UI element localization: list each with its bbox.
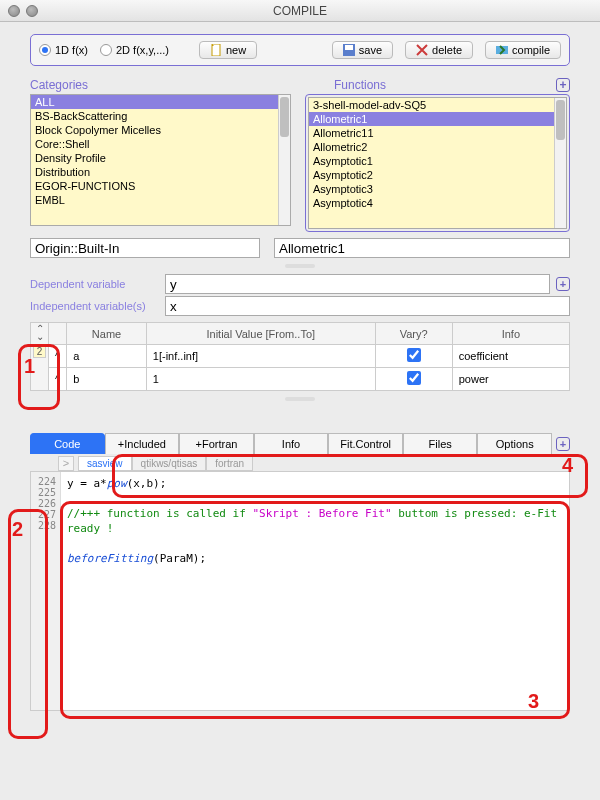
list-item[interactable]: BS-BackScattering	[31, 109, 290, 123]
list-item[interactable]: EMBL	[31, 193, 290, 207]
subtab-fortran[interactable]: fortran	[206, 456, 253, 471]
col-init: Initial Value [From..To]	[146, 323, 375, 345]
list-item[interactable]: Asymptotic2	[309, 168, 566, 182]
cell-init[interactable]: 1[-inf..inf]	[146, 345, 375, 368]
cell-name[interactable]: b	[67, 368, 147, 391]
add-function-button[interactable]: +	[556, 78, 570, 92]
add-tab-button[interactable]: +	[556, 437, 570, 451]
list-item[interactable]: ALL	[31, 95, 290, 109]
code-editor[interactable]: 224 225 226 227 228 y = a*pow(x,b); //++…	[30, 471, 570, 711]
list-item[interactable]: EGOR-FUNCTIONS	[31, 179, 290, 193]
tab-fortran[interactable]: +Fortran	[179, 433, 254, 454]
dimension-toolbar: 1D f(x) 2D f(x,y,...) new save delete co…	[30, 34, 570, 66]
editor-tabs: Code +Included +Fortran Info Fit.Control…	[30, 433, 570, 454]
add-depvar-button[interactable]: +	[556, 277, 570, 291]
cell-init[interactable]: 1	[146, 368, 375, 391]
splitter[interactable]	[12, 262, 588, 270]
save-button-label: save	[359, 44, 382, 56]
param-count-spinner[interactable]: ⌃⌄	[33, 325, 46, 341]
close-icon[interactable]	[8, 5, 20, 17]
splitter[interactable]	[12, 395, 588, 403]
list-item[interactable]: 3-shell-model-adv-SQ5	[309, 98, 566, 112]
vary-checkbox[interactable]	[407, 371, 421, 385]
tab-options[interactable]: Options	[477, 433, 552, 454]
window-controls[interactable]	[8, 5, 38, 17]
save-button[interactable]: save	[332, 41, 393, 59]
subtab-go-button[interactable]: >	[58, 456, 74, 471]
save-icon	[343, 44, 355, 56]
subtab-qtikws[interactable]: qtikws/qtisas	[132, 456, 207, 471]
minimize-icon[interactable]	[26, 5, 38, 17]
col-vary: Vary?	[375, 323, 452, 345]
compile-icon	[496, 44, 508, 56]
svg-rect-2	[345, 45, 353, 50]
parameter-table: ⌃⌄ 2 Name Initial Value [From..To] Vary?…	[30, 322, 570, 391]
param-count-value[interactable]: 2	[33, 345, 46, 358]
subtab-sasview[interactable]: sasview	[78, 456, 132, 471]
categories-list[interactable]: ALL BS-BackScattering Block Copolymer Mi…	[30, 94, 291, 226]
list-item[interactable]: Allometric11	[309, 126, 566, 140]
table-row[interactable]: ^ b 1 power	[31, 368, 570, 391]
list-item[interactable]: Allometric2	[309, 140, 566, 154]
tab-fitcontrol[interactable]: Fit.Control	[328, 433, 403, 454]
list-item[interactable]: Core::Shell	[31, 137, 290, 151]
list-item[interactable]: Block Copolymer Micelles	[31, 123, 290, 137]
indepvar-label: Independent variable(s)	[30, 300, 165, 312]
depvar-label: Dependent variable	[30, 278, 165, 290]
code-area[interactable]: y = a*pow(x,b); //+++ function is called…	[61, 472, 569, 710]
functions-list[interactable]: 3-shell-model-adv-SQ5 Allometric1 Allome…	[308, 97, 567, 229]
delete-icon	[416, 44, 428, 56]
vary-checkbox[interactable]	[407, 348, 421, 362]
list-item[interactable]: Asymptotic4	[309, 196, 566, 210]
table-row[interactable]: ^ a 1[-inf..inf] coefficient	[31, 345, 570, 368]
radio-1d[interactable]: 1D f(x)	[39, 44, 88, 56]
new-button-label: new	[226, 44, 246, 56]
compile-button[interactable]: compile	[485, 41, 561, 59]
editor-subtabs: > sasview qtikws/qtisas fortran	[58, 456, 570, 471]
title-bar: COMPILE	[0, 0, 600, 22]
origin-input[interactable]	[30, 238, 260, 258]
scrollbar[interactable]	[278, 95, 290, 225]
depvar-input[interactable]	[165, 274, 550, 294]
scrollbar[interactable]	[554, 98, 566, 228]
radio-2d[interactable]: 2D f(x,y,...)	[100, 44, 169, 56]
radio-1d-label: 1D f(x)	[55, 44, 88, 56]
list-item[interactable]: Asymptotic1	[309, 154, 566, 168]
line-gutter: 224 225 226 227 228	[31, 472, 61, 710]
functions-header: Functions	[334, 78, 386, 92]
indepvar-input[interactable]	[165, 296, 570, 316]
categories-header: Categories	[30, 78, 88, 92]
tab-files[interactable]: Files	[403, 433, 478, 454]
new-icon	[210, 44, 222, 56]
list-item[interactable]: Density Profile	[31, 151, 290, 165]
tab-included[interactable]: +Included	[105, 433, 180, 454]
window-title: COMPILE	[0, 4, 600, 18]
cell-info[interactable]: coefficient	[452, 345, 569, 368]
col-name: Name	[67, 323, 147, 345]
list-item[interactable]: Allometric1	[309, 112, 566, 126]
tab-info[interactable]: Info	[254, 433, 329, 454]
radio-icon	[39, 44, 51, 56]
cell-name[interactable]: a	[67, 345, 147, 368]
compile-button-label: compile	[512, 44, 550, 56]
delete-button[interactable]: delete	[405, 41, 473, 59]
list-item[interactable]: Asymptotic3	[309, 182, 566, 196]
col-info: Info	[452, 323, 569, 345]
delete-button-label: delete	[432, 44, 462, 56]
selected-function-input[interactable]	[274, 238, 570, 258]
tab-code[interactable]: Code	[30, 433, 105, 454]
new-button[interactable]: new	[199, 41, 257, 59]
radio-icon	[100, 44, 112, 56]
list-item[interactable]: Distribution	[31, 165, 290, 179]
radio-2d-label: 2D f(x,y,...)	[116, 44, 169, 56]
cell-info[interactable]: power	[452, 368, 569, 391]
